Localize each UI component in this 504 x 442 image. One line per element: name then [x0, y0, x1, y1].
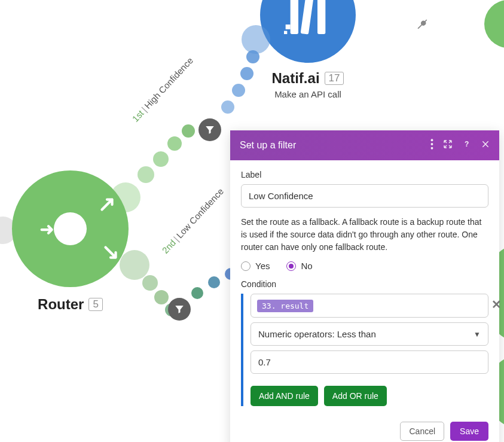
svg-text:?: ? [465, 140, 469, 148]
label-field-label: Label [241, 170, 488, 179]
node-natif-ai[interactable]: Natif.ai 17 Make an API call [248, 0, 368, 99]
path-label-low: 2nd|Low Confidence [160, 186, 226, 255]
wrench-icon[interactable] [416, 17, 428, 31]
expand-icon[interactable] [443, 139, 453, 151]
radio-yes-dot-icon [241, 261, 251, 271]
close-icon[interactable] [481, 140, 490, 151]
path-label-high: 1st|High Confidence [130, 55, 195, 124]
panel-title: Set up a filter [240, 140, 296, 151]
filter-panel: Set up a filter ? Label Set the route as… [230, 130, 499, 442]
save-button[interactable]: Save [450, 422, 488, 441]
svg-point-7 [431, 147, 433, 150]
svg-rect-0 [291, 0, 298, 34]
more-icon[interactable] [430, 139, 433, 152]
label-input[interactable] [241, 184, 488, 208]
operator-select[interactable]: Numeric operators: Less than ▼ [251, 322, 488, 346]
svg-point-6 [431, 143, 433, 145]
chevron-down-icon: ▼ [474, 330, 481, 339]
condition-field-input[interactable]: 33. result [251, 294, 488, 318]
svg-rect-2 [317, 0, 325, 34]
fallback-radios: Yes No [241, 261, 488, 271]
natif-ai-circle[interactable] [260, 0, 356, 63]
router-circle[interactable] [12, 170, 129, 287]
natif-badge: 17 [325, 72, 344, 85]
svg-point-5 [431, 139, 433, 141]
add-and-rule-button[interactable]: Add AND rule [251, 386, 318, 406]
radio-no[interactable]: No [286, 261, 312, 271]
panel-header: Set up a filter ? [230, 130, 499, 160]
remove-condition-icon[interactable]: ✕ [491, 297, 502, 312]
partial-node-top-right [484, 0, 504, 48]
condition-label: Condition [241, 279, 488, 289]
field-chip[interactable]: 33. result [257, 300, 313, 312]
router-badge: 5 [88, 298, 102, 311]
svg-rect-4 [284, 31, 287, 34]
condition-block: ✕ 33. result Numeric operators: Less tha… [241, 294, 488, 406]
svg-rect-1 [301, 0, 314, 35]
natif-ai-logo-icon [284, 0, 332, 39]
radio-yes[interactable]: Yes [241, 261, 270, 271]
natif-title: Natif.ai [272, 70, 320, 87]
router-title: Router [38, 296, 84, 313]
help-icon[interactable]: ? [462, 139, 472, 151]
router-inner-hole [54, 212, 87, 245]
condition-value-input[interactable] [251, 350, 488, 374]
panel-footer: Cancel Save [230, 414, 499, 442]
add-or-rule-button[interactable]: Add OR rule [324, 386, 387, 406]
filter-node-low[interactable] [168, 298, 191, 321]
filter-node-high[interactable] [198, 118, 221, 141]
node-router[interactable]: Router 5 [12, 170, 129, 313]
radio-no-dot-icon [286, 261, 296, 271]
svg-rect-3 [286, 25, 291, 29]
fallback-helptext: Set the route as a fallback. A fallback … [241, 216, 488, 254]
natif-subtitle: Make an API call [248, 89, 368, 99]
cancel-button[interactable]: Cancel [400, 422, 444, 441]
